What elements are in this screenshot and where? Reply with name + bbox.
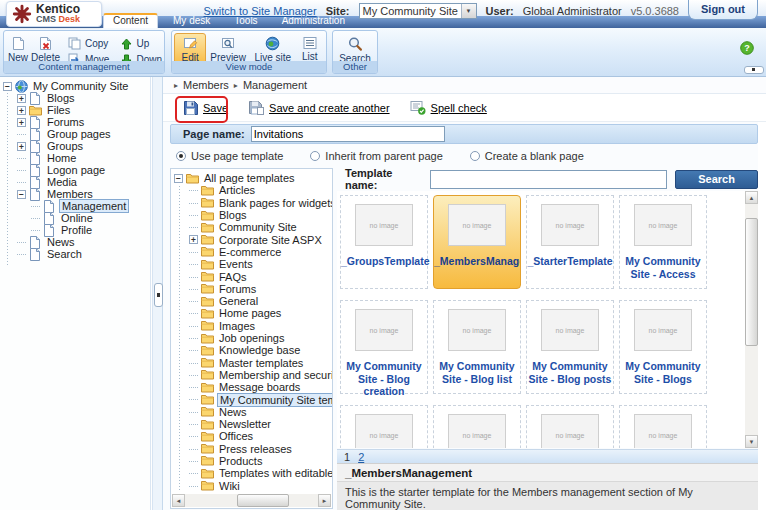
- tree-item-label[interactable]: Wiki: [217, 480, 242, 492]
- page-name-input[interactable]: [251, 126, 445, 142]
- content-tree-item-media[interactable]: Media: [0, 176, 150, 188]
- scrollbar-left-button[interactable]: ◄: [172, 494, 185, 507]
- template-category-forums[interactable]: Forums: [171, 283, 332, 295]
- content-tree-item-groups[interactable]: +Groups: [0, 140, 150, 152]
- template-search-button[interactable]: Search: [675, 170, 758, 189]
- template-category-news[interactable]: News: [171, 406, 332, 418]
- up-button[interactable]: Up: [121, 37, 162, 50]
- tree-item-label[interactable]: Logon page: [45, 164, 107, 176]
- tree-item-label[interactable]: Group pages: [45, 128, 113, 140]
- breadcrumb-item-management[interactable]: Management: [243, 79, 307, 91]
- content-tree-item-forums[interactable]: +Forums: [0, 116, 150, 128]
- template-category-images[interactable]: Images: [171, 320, 332, 332]
- tree-item-label[interactable]: FAQs: [217, 271, 249, 283]
- tree-item-label[interactable]: Images: [217, 320, 257, 332]
- scrollbar-track[interactable]: [185, 494, 318, 507]
- content-tree-item-logon-page[interactable]: Logon page: [0, 164, 150, 176]
- template-category-templates-with-editable-regio[interactable]: Templates with editable regio: [171, 467, 332, 479]
- template-category-wiki[interactable]: Wiki: [171, 479, 332, 491]
- tree-item-label[interactable]: Job openings: [217, 332, 286, 344]
- template-category-knowledge-base[interactable]: Knowledge base: [171, 344, 332, 356]
- radio-unselected-icon[interactable]: [470, 151, 480, 161]
- collapse-minus-icon[interactable]: −: [3, 82, 12, 91]
- expand-plus-icon[interactable]: +: [17, 94, 26, 103]
- tree-item-label[interactable]: My Community Site templates: [217, 393, 333, 407]
- splitter-handle[interactable]: [154, 283, 163, 307]
- expand-plus-icon[interactable]: +: [17, 106, 26, 115]
- tree-item-label[interactable]: Groups: [45, 140, 85, 152]
- tree-item-label[interactable]: Media: [45, 176, 79, 188]
- collapse-minus-icon[interactable]: −: [174, 174, 183, 183]
- template-category-job-openings[interactable]: Job openings: [171, 332, 332, 344]
- tree-item-label[interactable]: All page templates: [202, 172, 297, 184]
- tree-item-label[interactable]: Profile: [59, 224, 94, 236]
- content-tree-item-my-community-site[interactable]: −My Community Site: [0, 80, 150, 92]
- tree-item-label[interactable]: Search: [45, 248, 84, 260]
- tree-item-label[interactable]: Templates with editable regio: [217, 467, 333, 479]
- template-card-my-community-site-blog-list[interactable]: no imageMy Community Site - Blog list: [433, 300, 521, 394]
- content-tree-item-search[interactable]: Search: [0, 248, 150, 260]
- tree-item-label[interactable]: Offices: [217, 430, 255, 442]
- scrollbar-right-button[interactable]: ►: [318, 494, 331, 507]
- tree-item-label[interactable]: Membership and security: [217, 369, 333, 381]
- help-icon[interactable]: ?: [740, 41, 754, 55]
- template-category-e-commerce[interactable]: E-commerce: [171, 246, 332, 258]
- template-category-offices[interactable]: Offices: [171, 430, 332, 442]
- tree-item-label[interactable]: Forums: [217, 283, 258, 295]
- template-category-events[interactable]: Events: [171, 258, 332, 270]
- horizontal-scrollbar[interactable]: ◄ ►: [172, 494, 331, 507]
- tree-item-label[interactable]: Blank pages for widgets: [217, 197, 333, 209]
- template-category-general[interactable]: General: [171, 295, 332, 307]
- tree-item-label[interactable]: Blogs: [217, 209, 249, 221]
- template-card-10[interactable]: no image: [433, 405, 521, 448]
- scrollbar-track[interactable]: [745, 204, 758, 435]
- tree-item-label[interactable]: E-commerce: [217, 246, 283, 258]
- tree-item-label[interactable]: Newsletter: [217, 418, 273, 430]
- template-category-articles[interactable]: Articles: [171, 184, 332, 196]
- template-card-9[interactable]: no image: [340, 405, 428, 448]
- tree-item-label[interactable]: General: [217, 295, 260, 307]
- collapse-minus-icon[interactable]: −: [17, 190, 26, 199]
- expand-plus-icon[interactable]: +: [17, 118, 26, 127]
- template-name-input[interactable]: [430, 170, 667, 189]
- tree-item-label[interactable]: Products: [217, 455, 264, 467]
- tree-item-label[interactable]: Files: [45, 104, 72, 116]
- template-category-corporate-site-aspx[interactable]: +Corporate Site ASPX: [171, 233, 332, 245]
- template-category-blank-pages-for-widgets[interactable]: Blank pages for widgets: [171, 197, 332, 209]
- template-category-membership-and-security[interactable]: Membership and security: [171, 369, 332, 381]
- tab-content[interactable]: Content: [103, 13, 158, 28]
- content-tree-item-profile[interactable]: Profile: [0, 224, 150, 236]
- template-card-my-community-site-access[interactable]: no imageMy Community Site - Access: [619, 195, 707, 289]
- template-card-11[interactable]: no image: [526, 405, 614, 448]
- vertical-scrollbar[interactable]: ▲ ▼: [745, 191, 758, 448]
- page-number-link[interactable]: 2: [358, 451, 364, 463]
- tree-item-label[interactable]: Message boards: [217, 381, 302, 393]
- breadcrumb-item-members[interactable]: Members: [183, 79, 229, 91]
- tree-item-label[interactable]: Articles: [217, 184, 257, 196]
- template-category-all-page-templates[interactable]: −All page templates: [171, 172, 332, 184]
- scrollbar-thumb[interactable]: [745, 218, 758, 346]
- tree-item-label[interactable]: Management: [59, 199, 129, 213]
- template-card-groupstemplate[interactable]: no image_GroupsTemplate: [340, 195, 428, 289]
- template-category-message-boards[interactable]: Message boards: [171, 381, 332, 393]
- template-category-master-templates[interactable]: Master templates: [171, 356, 332, 368]
- content-tree-item-news[interactable]: News: [0, 236, 150, 248]
- template-card-membersmanagement[interactable]: no image_MembersManagement: [433, 195, 521, 289]
- page-number-current[interactable]: 1: [344, 451, 350, 463]
- tree-item-label[interactable]: Forums: [45, 116, 86, 128]
- tree-item-label[interactable]: Master templates: [217, 357, 305, 369]
- radio-option-create-blank-page[interactable]: Create a blank page: [470, 150, 584, 162]
- content-tree-item-home[interactable]: Home: [0, 152, 150, 164]
- template-card-my-community-site-blog-creation[interactable]: no imageMy Community Site - Blog creatio…: [340, 300, 428, 394]
- tree-item-label[interactable]: Home pages: [217, 307, 283, 319]
- tree-item-label[interactable]: News: [217, 406, 249, 418]
- template-category-community-site[interactable]: Community Site: [171, 221, 332, 233]
- content-tree-item-group-pages[interactable]: Group pages: [0, 128, 150, 140]
- template-category-blogs[interactable]: Blogs: [171, 209, 332, 221]
- copy-button[interactable]: Copy: [68, 37, 109, 50]
- select-dropdown-arrow-icon[interactable]: ▼: [461, 4, 476, 18]
- save-button[interactable]: Save: [183, 100, 228, 115]
- site-select[interactable]: My Community Site ▼: [359, 3, 477, 19]
- tree-item-label[interactable]: Corporate Site ASPX: [217, 234, 324, 246]
- template-category-products[interactable]: Products: [171, 455, 332, 467]
